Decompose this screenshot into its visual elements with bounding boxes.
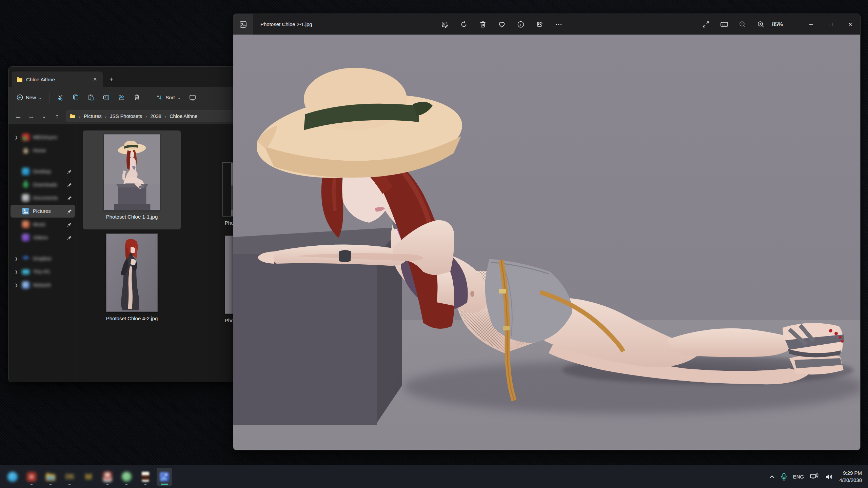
share-icon <box>118 94 125 101</box>
taskbar-app-blue[interactable] <box>5 468 20 486</box>
back-button[interactable]: ← <box>13 111 24 122</box>
pin-icon <box>67 235 72 240</box>
file-name: Photoset Chloe 1-1.jpg <box>106 214 158 220</box>
this-pc-icon <box>22 269 29 275</box>
language-indicator[interactable]: ENG <box>793 474 804 480</box>
delete-button[interactable] <box>130 91 144 104</box>
photos-app-icon-box <box>233 14 253 35</box>
forward-button[interactable]: → <box>25 111 37 122</box>
crumb-2038[interactable]: 2038 <box>151 114 161 119</box>
zoom-level: 85% <box>772 21 788 27</box>
rename-button[interactable]: A <box>99 91 113 104</box>
sidebar-item-home[interactable]: Home <box>11 144 75 157</box>
share-button[interactable] <box>115 91 129 104</box>
crumb-jss-photosets[interactable]: JSS Photosets <box>110 114 142 119</box>
file-item-chloe-1-1[interactable]: Photoset Chloe 1-1.jpg <box>83 130 181 229</box>
close-button[interactable]: ✕ <box>841 14 860 35</box>
view-button[interactable] <box>185 91 200 104</box>
sidebar-item-dropbox[interactable]: ❯ Dropbox <box>11 252 75 265</box>
minimize-button[interactable]: – <box>801 14 821 35</box>
chevron-right-icon[interactable]: ❯ <box>14 135 19 140</box>
taskbar-app-drink[interactable] <box>138 468 153 486</box>
sidebar-item-label: MEGAsync <box>33 135 72 140</box>
actual-size-icon: 1:1 <box>720 20 729 28</box>
copy-icon <box>72 94 79 101</box>
rotate-button[interactable] <box>457 17 471 32</box>
photos-title-bar[interactable]: Photoset Chloe 2-1.jpg <box>233 14 860 35</box>
taskbar: DS M <box>0 465 868 488</box>
sidebar-item-label: Home <box>33 148 72 153</box>
info-button[interactable] <box>514 17 528 32</box>
tab-close-button[interactable]: ✕ <box>91 75 99 84</box>
copy-button[interactable] <box>69 91 83 104</box>
share-button[interactable] <box>533 17 547 32</box>
crumb-separator: › <box>104 114 108 119</box>
zoom-in-button[interactable] <box>754 17 768 32</box>
rename-icon: A <box>103 94 110 101</box>
actual-size-button[interactable]: 1:1 <box>717 17 731 32</box>
crumb-chloe-aithne[interactable]: Chloe Aithne <box>170 114 197 119</box>
more-button[interactable] <box>552 17 566 32</box>
fit-to-window-icon <box>702 20 710 28</box>
new-tab-button[interactable]: + <box>105 74 117 85</box>
taskbar-app-character[interactable] <box>100 468 115 486</box>
new-plus-icon <box>17 94 23 101</box>
dropbox-icon <box>22 256 29 262</box>
photo-viewport[interactable] <box>233 35 860 450</box>
paste-button[interactable] <box>84 91 98 104</box>
network-icon[interactable] <box>810 473 819 481</box>
toolbar-separator <box>49 93 50 103</box>
fit-to-window-button[interactable] <box>699 17 713 32</box>
sidebar-item-network[interactable]: ❯ Network <box>11 279 75 291</box>
sidebar-item-videos[interactable]: Videos <box>11 231 75 244</box>
delete-button[interactable] <box>476 17 490 32</box>
file-item-chloe-4-2[interactable]: Photoset Chloe 4-2.jpg <box>83 230 181 329</box>
network-icon <box>22 281 29 289</box>
tray-clock[interactable]: 9:29 PM 4/20/2038 <box>839 470 862 484</box>
pin-icon <box>67 182 72 187</box>
pictures-icon <box>22 207 29 215</box>
cut-button[interactable] <box>54 91 67 104</box>
taskbar-file-explorer[interactable] <box>43 468 58 486</box>
home-icon <box>22 147 29 154</box>
taskbar-photos[interactable] <box>157 468 172 486</box>
desktop-icon <box>22 168 29 175</box>
taskbar-app-ds[interactable]: DS <box>62 468 77 486</box>
crumb-separator: › <box>78 114 82 119</box>
sidebar-item-this-pc[interactable]: ❯ This PC <box>11 265 75 278</box>
recent-locations-button[interactable]: ⌄ <box>38 111 50 122</box>
tray-chevron-up-icon[interactable] <box>769 475 775 479</box>
pin-icon <box>67 169 72 174</box>
new-button[interactable]: New ⌄ <box>13 91 45 104</box>
favorite-button[interactable] <box>495 17 509 32</box>
tray-time: 9:29 PM <box>839 470 862 476</box>
chevron-right-icon[interactable]: ❯ <box>14 257 19 261</box>
app-character-icon <box>103 472 112 482</box>
zoom-out-button[interactable] <box>735 17 750 32</box>
downloads-icon <box>22 181 29 188</box>
explorer-tab[interactable]: Chloe Aithne ✕ <box>12 72 103 87</box>
taskbar-app-green[interactable] <box>119 468 134 486</box>
volume-icon[interactable] <box>825 473 833 481</box>
sidebar-item-desktop[interactable]: Desktop <box>11 165 75 178</box>
up-button[interactable]: ↑ <box>51 111 63 122</box>
microphone-icon[interactable] <box>781 473 787 481</box>
tab-title: Chloe Aithne <box>26 77 55 82</box>
edit-image-button[interactable] <box>438 17 452 32</box>
taskbar-app-m[interactable]: M <box>81 468 96 486</box>
trash-icon <box>479 20 487 28</box>
sort-button[interactable]: Sort ⌄ <box>152 91 184 104</box>
file-name: Photoset Chloe 4-2.jpg <box>106 316 158 321</box>
chevron-right-icon[interactable]: ❯ <box>14 283 19 287</box>
maximize-button[interactable]: □ <box>821 14 841 35</box>
sidebar-item-label: Videos <box>33 235 63 240</box>
sidebar-item-documents[interactable]: Documents <box>11 191 75 204</box>
taskbar-app-red[interactable] <box>24 468 39 486</box>
chevron-right-icon[interactable]: ❯ <box>14 270 19 274</box>
heart-icon <box>498 20 506 28</box>
sidebar-item-megasync[interactable]: ❯ MEGAsync <box>11 131 75 144</box>
sidebar-item-downloads[interactable]: Downloads <box>11 178 75 191</box>
sidebar-item-music[interactable]: Music <box>11 218 75 231</box>
sidebar-item-pictures[interactable]: Pictures <box>11 205 75 218</box>
crumb-pictures[interactable]: Pictures <box>84 114 101 119</box>
